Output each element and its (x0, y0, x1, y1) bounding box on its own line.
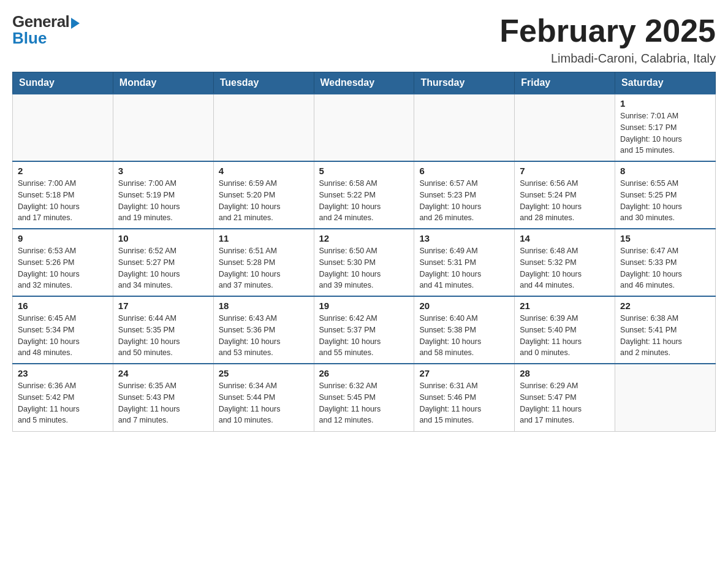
day-info: Sunrise: 6:50 AM Sunset: 5:30 PM Dayligh… (319, 245, 409, 291)
calendar-cell: 3Sunrise: 7:00 AM Sunset: 5:19 PM Daylig… (113, 161, 213, 229)
day-number: 1 (620, 98, 710, 109)
weekday-header-row: SundayMondayTuesdayWednesdayThursdayFrid… (13, 72, 716, 94)
calendar-cell: 8Sunrise: 6:55 AM Sunset: 5:25 PM Daylig… (615, 161, 716, 229)
calendar-cell (113, 94, 213, 161)
day-number: 22 (620, 301, 710, 311)
day-number: 3 (118, 166, 208, 176)
day-info: Sunrise: 6:31 AM Sunset: 5:46 PM Dayligh… (419, 380, 509, 426)
calendar-cell: 14Sunrise: 6:48 AM Sunset: 5:32 PM Dayli… (515, 229, 615, 296)
week-row-3: 9Sunrise: 6:53 AM Sunset: 5:26 PM Daylig… (13, 229, 716, 296)
day-info: Sunrise: 6:52 AM Sunset: 5:27 PM Dayligh… (118, 245, 208, 291)
calendar-cell (213, 94, 314, 161)
day-info: Sunrise: 7:00 AM Sunset: 5:19 PM Dayligh… (118, 178, 208, 224)
week-row-4: 16Sunrise: 6:45 AM Sunset: 5:34 PM Dayli… (13, 296, 716, 364)
day-info: Sunrise: 6:58 AM Sunset: 5:22 PM Dayligh… (319, 178, 409, 224)
day-number: 18 (219, 301, 309, 311)
day-number: 26 (319, 368, 409, 378)
day-info: Sunrise: 6:34 AM Sunset: 5:44 PM Dayligh… (219, 380, 309, 426)
calendar-cell: 28Sunrise: 6:29 AM Sunset: 5:47 PM Dayli… (515, 364, 615, 431)
day-number: 21 (520, 301, 610, 311)
day-info: Sunrise: 6:35 AM Sunset: 5:43 PM Dayligh… (118, 380, 208, 426)
logo-arrow-icon (71, 18, 80, 29)
day-number: 4 (219, 166, 309, 176)
calendar-cell: 23Sunrise: 6:36 AM Sunset: 5:42 PM Dayli… (13, 364, 113, 431)
day-info: Sunrise: 6:49 AM Sunset: 5:31 PM Dayligh… (419, 245, 509, 291)
day-number: 28 (520, 368, 610, 378)
day-number: 9 (18, 233, 108, 243)
day-info: Sunrise: 6:38 AM Sunset: 5:41 PM Dayligh… (620, 313, 710, 359)
calendar-cell: 15Sunrise: 6:47 AM Sunset: 5:33 PM Dayli… (615, 229, 716, 296)
day-info: Sunrise: 6:44 AM Sunset: 5:35 PM Dayligh… (118, 313, 208, 359)
day-info: Sunrise: 6:43 AM Sunset: 5:36 PM Dayligh… (219, 313, 309, 359)
day-info: Sunrise: 6:48 AM Sunset: 5:32 PM Dayligh… (520, 245, 610, 291)
day-number: 10 (118, 233, 208, 243)
weekday-header-tuesday: Tuesday (213, 72, 314, 94)
calendar-cell: 20Sunrise: 6:40 AM Sunset: 5:38 PM Dayli… (414, 296, 515, 364)
day-info: Sunrise: 6:45 AM Sunset: 5:34 PM Dayligh… (18, 313, 108, 359)
week-row-1: 1Sunrise: 7:01 AM Sunset: 5:17 PM Daylig… (13, 94, 716, 161)
calendar-cell: 1Sunrise: 7:01 AM Sunset: 5:17 PM Daylig… (615, 94, 716, 161)
calendar-cell: 25Sunrise: 6:34 AM Sunset: 5:44 PM Dayli… (213, 364, 314, 431)
day-number: 14 (520, 233, 610, 243)
calendar-cell (515, 94, 615, 161)
calendar-cell: 2Sunrise: 7:00 AM Sunset: 5:18 PM Daylig… (13, 161, 113, 229)
day-info: Sunrise: 6:42 AM Sunset: 5:37 PM Dayligh… (319, 313, 409, 359)
calendar-cell (615, 364, 716, 431)
calendar-cell (314, 94, 414, 161)
calendar-cell: 27Sunrise: 6:31 AM Sunset: 5:46 PM Dayli… (414, 364, 515, 431)
calendar-cell: 18Sunrise: 6:43 AM Sunset: 5:36 PM Dayli… (213, 296, 314, 364)
day-info: Sunrise: 6:59 AM Sunset: 5:20 PM Dayligh… (219, 178, 309, 224)
day-number: 11 (219, 233, 309, 243)
calendar-cell: 17Sunrise: 6:44 AM Sunset: 5:35 PM Dayli… (113, 296, 213, 364)
weekday-header-sunday: Sunday (13, 72, 113, 94)
calendar-cell: 24Sunrise: 6:35 AM Sunset: 5:43 PM Dayli… (113, 364, 213, 431)
day-info: Sunrise: 6:36 AM Sunset: 5:42 PM Dayligh… (18, 380, 108, 426)
calendar-table: SundayMondayTuesdayWednesdayThursdayFrid… (12, 72, 716, 432)
day-info: Sunrise: 7:00 AM Sunset: 5:18 PM Dayligh… (18, 178, 108, 224)
day-number: 27 (419, 368, 509, 378)
day-info: Sunrise: 6:55 AM Sunset: 5:25 PM Dayligh… (620, 178, 710, 224)
day-number: 5 (319, 166, 409, 176)
day-number: 8 (620, 166, 710, 176)
week-row-5: 23Sunrise: 6:36 AM Sunset: 5:42 PM Dayli… (13, 364, 716, 431)
logo: General Blue (12, 12, 80, 48)
day-number: 24 (118, 368, 208, 378)
calendar-cell: 26Sunrise: 6:32 AM Sunset: 5:45 PM Dayli… (314, 364, 414, 431)
week-row-2: 2Sunrise: 7:00 AM Sunset: 5:18 PM Daylig… (13, 161, 716, 229)
day-info: Sunrise: 6:51 AM Sunset: 5:28 PM Dayligh… (219, 245, 309, 291)
day-info: Sunrise: 6:40 AM Sunset: 5:38 PM Dayligh… (419, 313, 509, 359)
calendar-cell: 12Sunrise: 6:50 AM Sunset: 5:30 PM Dayli… (314, 229, 414, 296)
calendar-cell: 11Sunrise: 6:51 AM Sunset: 5:28 PM Dayli… (213, 229, 314, 296)
day-info: Sunrise: 6:56 AM Sunset: 5:24 PM Dayligh… (520, 178, 610, 224)
calendar-cell: 4Sunrise: 6:59 AM Sunset: 5:20 PM Daylig… (213, 161, 314, 229)
weekday-header-thursday: Thursday (414, 72, 515, 94)
calendar-cell: 21Sunrise: 6:39 AM Sunset: 5:40 PM Dayli… (515, 296, 615, 364)
day-info: Sunrise: 6:57 AM Sunset: 5:23 PM Dayligh… (419, 178, 509, 224)
calendar-cell (414, 94, 515, 161)
calendar-cell: 6Sunrise: 6:57 AM Sunset: 5:23 PM Daylig… (414, 161, 515, 229)
day-number: 25 (219, 368, 309, 378)
calendar-cell: 19Sunrise: 6:42 AM Sunset: 5:37 PM Dayli… (314, 296, 414, 364)
calendar-cell: 5Sunrise: 6:58 AM Sunset: 5:22 PM Daylig… (314, 161, 414, 229)
day-number: 20 (419, 301, 509, 311)
day-number: 2 (18, 166, 108, 176)
calendar-cell: 10Sunrise: 6:52 AM Sunset: 5:27 PM Dayli… (113, 229, 213, 296)
page-header: General Blue February 2025 Limbadi-Caron… (12, 12, 716, 66)
calendar-title: February 2025 (499, 12, 716, 49)
day-number: 23 (18, 368, 108, 378)
calendar-cell: 7Sunrise: 6:56 AM Sunset: 5:24 PM Daylig… (515, 161, 615, 229)
day-info: Sunrise: 7:01 AM Sunset: 5:17 PM Dayligh… (620, 110, 710, 156)
day-info: Sunrise: 6:53 AM Sunset: 5:26 PM Dayligh… (18, 245, 108, 291)
day-info: Sunrise: 6:39 AM Sunset: 5:40 PM Dayligh… (520, 313, 610, 359)
day-info: Sunrise: 6:32 AM Sunset: 5:45 PM Dayligh… (319, 380, 409, 426)
day-info: Sunrise: 6:47 AM Sunset: 5:33 PM Dayligh… (620, 245, 710, 291)
weekday-header-friday: Friday (515, 72, 615, 94)
weekday-header-wednesday: Wednesday (314, 72, 414, 94)
weekday-header-monday: Monday (113, 72, 213, 94)
logo-blue-text: Blue (12, 29, 47, 48)
day-number: 7 (520, 166, 610, 176)
day-number: 19 (319, 301, 409, 311)
day-number: 17 (118, 301, 208, 311)
day-number: 16 (18, 301, 108, 311)
calendar-cell: 13Sunrise: 6:49 AM Sunset: 5:31 PM Dayli… (414, 229, 515, 296)
